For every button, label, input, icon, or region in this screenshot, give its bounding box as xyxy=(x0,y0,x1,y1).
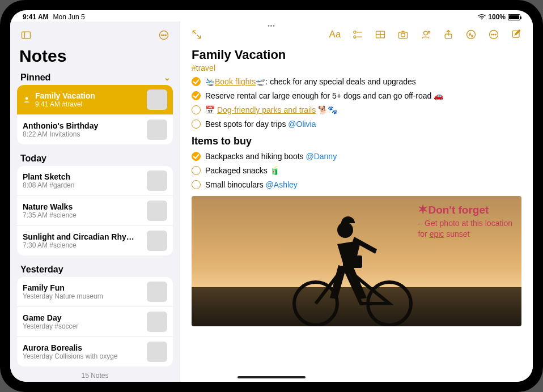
note-tag[interactable]: #travel xyxy=(192,63,521,73)
wifi-icon xyxy=(478,14,486,20)
battery-percent: 100% xyxy=(488,13,506,21)
svg-point-10 xyxy=(354,36,356,38)
mention[interactable]: @Ashley xyxy=(266,180,298,189)
note-thumb xyxy=(147,231,167,251)
note-title: Aurora Borealis xyxy=(23,343,142,352)
checklist-item[interactable]: Reserve rental car large enough for 5+ d… xyxy=(192,90,521,101)
note-detail: Aa Family Vacation #travel 🛬Book flights… xyxy=(180,22,533,382)
format-text-button[interactable]: Aa xyxy=(328,27,342,42)
link[interactable]: Book flights xyxy=(215,77,256,86)
svg-point-0 xyxy=(481,19,482,20)
note-row[interactable]: Nature Walks7:35 AM #science xyxy=(17,195,173,225)
collaborate-button[interactable] xyxy=(418,27,433,42)
text: 🛬 xyxy=(205,77,215,86)
note-toolbar: Aa xyxy=(180,22,533,45)
text: 🐕🐾 xyxy=(316,105,337,114)
mention[interactable]: @Danny xyxy=(306,152,337,161)
attached-image[interactable]: ✶Don't forget – Get photo at this locati… xyxy=(192,196,521,326)
note-row[interactable]: Plant Sketch8:08 AM #garden xyxy=(17,166,173,195)
text: Backpacks and hiking boots xyxy=(205,152,306,161)
subheading-items-to-buy[interactable]: Items to buy xyxy=(192,135,521,147)
check-bubble[interactable] xyxy=(192,77,201,86)
mention[interactable]: @Olivia xyxy=(288,120,316,129)
share-button[interactable] xyxy=(441,27,456,42)
note-row[interactable]: Aurora BorealisYesterday Collisions with… xyxy=(17,336,173,367)
note-title: Plant Sketch xyxy=(23,172,142,181)
cyclist-silhouette xyxy=(276,213,423,326)
checklist-item[interactable]: 🛬Book flights🛫: check for any special de… xyxy=(192,76,521,87)
checklist-buy: Backpacks and hiking boots @Danny Packag… xyxy=(192,151,521,190)
note-sub: Yesterday Nature museum xyxy=(23,292,142,300)
note-thumb xyxy=(147,171,167,191)
chevron-down-icon: ⌄ xyxy=(164,73,171,82)
svg-point-17 xyxy=(424,31,428,35)
note-title: Family Fun xyxy=(23,283,142,292)
check-bubble[interactable] xyxy=(192,91,201,100)
table-button[interactable] xyxy=(373,27,388,42)
today-group: Plant Sketch8:08 AM #garden Nature Walks… xyxy=(17,166,173,255)
shared-icon xyxy=(23,96,31,104)
note-row[interactable]: Game DayYesterday #soccer xyxy=(17,306,173,336)
note-title: Sunlight and Circadian Rhy… xyxy=(23,232,142,241)
handwritten-annotation: ✶Don't forget – Get photo at this locati… xyxy=(418,202,512,240)
svg-point-23 xyxy=(493,34,494,35)
svg-point-18 xyxy=(428,31,430,33)
check-bubble[interactable] xyxy=(192,120,201,129)
text: Packaged snacks 🧃 xyxy=(205,165,279,176)
hand-line: – Get photo at this location xyxy=(418,219,512,229)
note-thumb xyxy=(147,312,167,332)
note-thumb xyxy=(147,342,167,362)
svg-point-8 xyxy=(354,31,356,33)
toggle-sidebar-button[interactable] xyxy=(18,27,34,43)
expand-button[interactable] xyxy=(189,27,204,42)
text: Best spots for day trips xyxy=(205,120,288,129)
checklist-item[interactable]: Small binoculars @Ashley xyxy=(192,179,521,190)
link[interactable]: Dog-friendly parks and trails xyxy=(217,105,316,114)
sidebar-title: Notes xyxy=(10,45,180,70)
camera-button[interactable] xyxy=(396,27,410,42)
hand-line: epic xyxy=(430,229,444,238)
screen: ••• 9:41 AM Mon Jun 5 100% Notes xyxy=(10,10,533,382)
text: 📅 xyxy=(205,105,217,114)
checklist-item[interactable]: Packaged snacks 🧃 xyxy=(192,165,521,176)
check-bubble[interactable] xyxy=(192,152,201,161)
check-bubble[interactable] xyxy=(192,105,201,114)
checklist-button[interactable] xyxy=(350,27,365,42)
compose-button[interactable] xyxy=(509,27,524,42)
checklist-item[interactable]: 📅 Dog-friendly parks and trails 🐕🐾 xyxy=(192,104,521,116)
check-bubble[interactable] xyxy=(192,166,201,175)
home-indicator[interactable] xyxy=(237,376,306,378)
note-title[interactable]: Family Vacation xyxy=(192,48,521,62)
note-sub: 9:41 AM #travel xyxy=(35,100,142,108)
more-options-button[interactable] xyxy=(156,27,172,43)
section-header-today: Today xyxy=(10,151,180,166)
note-row[interactable]: Sunlight and Circadian Rhy…7:30 AM #scie… xyxy=(17,225,173,255)
hand-line: for xyxy=(418,229,429,238)
note-sub: 8:08 AM #garden xyxy=(23,181,142,189)
note-row-family-vacation[interactable]: Family Vacation9:41 AM #travel xyxy=(17,85,173,114)
svg-point-6 xyxy=(166,35,167,36)
yesterday-group: Family FunYesterday Nature museum Game D… xyxy=(17,277,173,367)
section-label: Today xyxy=(20,154,46,164)
markup-button[interactable] xyxy=(464,27,478,42)
svg-point-7 xyxy=(26,97,28,100)
sidebar-footer-count: 15 Notes xyxy=(10,367,180,382)
note-row[interactable]: Family FunYesterday Nature museum xyxy=(17,277,173,306)
svg-point-16 xyxy=(401,33,405,37)
check-bubble[interactable] xyxy=(192,180,201,189)
note-thumb xyxy=(147,201,167,221)
more-button[interactable] xyxy=(486,27,501,42)
note-thumb xyxy=(147,120,167,140)
note-title: Game Day xyxy=(23,313,142,322)
star-icon: ✶ xyxy=(418,202,428,216)
text: 🛫: check for any special deals and upgra… xyxy=(256,77,415,86)
note-body[interactable]: Family Vacation #travel 🛬Book flights🛫: … xyxy=(180,45,533,382)
checklist-item[interactable]: Best spots for day trips @Olivia xyxy=(192,118,521,130)
section-header-pinned[interactable]: Pinned ⌄ xyxy=(10,70,180,85)
svg-point-24 xyxy=(495,34,497,35)
multitask-dots[interactable]: ••• xyxy=(268,23,275,29)
section-label: Yesterday xyxy=(20,265,63,275)
checklist-item[interactable]: Backpacks and hiking boots @Danny xyxy=(192,151,521,162)
ipad-frame: ••• 9:41 AM Mon Jun 5 100% Notes xyxy=(0,0,543,392)
note-row-anthonio-birthday[interactable]: Anthonio's Birthday8:22 AM Invitations xyxy=(17,114,173,144)
